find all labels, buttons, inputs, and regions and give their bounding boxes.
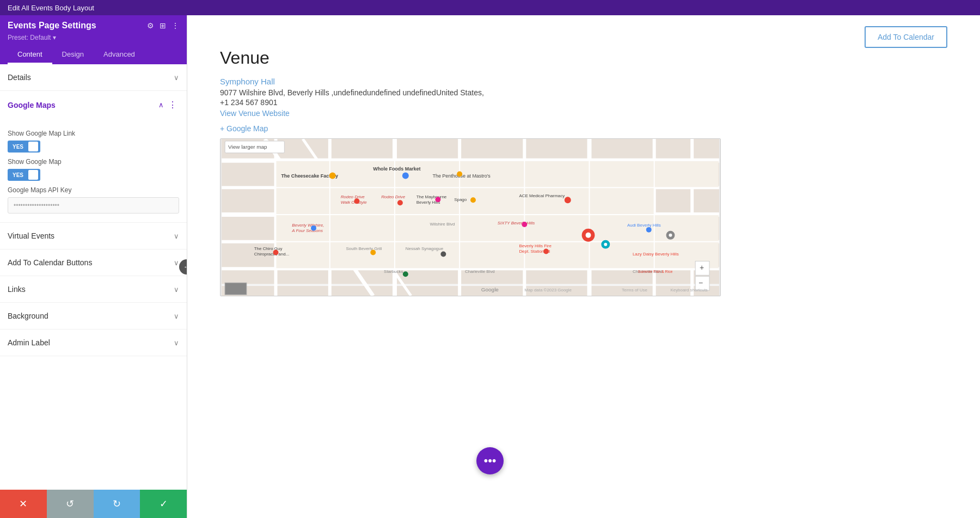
show-map-label: Show Google Map <box>8 158 179 166</box>
section-virtual-events-label: Virtual Events <box>8 231 54 240</box>
svg-rect-34 <box>525 215 589 241</box>
section-links[interactable]: Links ∨ <box>0 276 187 303</box>
main-content: Add To Calendar Venue Symphony Hall 9077… <box>187 15 980 518</box>
google-maps-content: Show Google Map Link YES Show Google Map… <box>0 119 187 223</box>
map-svg: View larger map The Cheesecake Factory W… <box>220 139 720 296</box>
svg-text:A Four Seasons: A Four Seasons <box>291 228 323 233</box>
venue-phone: +1 234 567 8901 <box>220 98 947 107</box>
svg-rect-32 <box>395 215 459 241</box>
show-map-link-toggle-knob <box>28 142 38 151</box>
svg-point-75 <box>669 234 672 237</box>
svg-rect-29 <box>590 188 653 214</box>
svg-rect-31 <box>330 215 394 241</box>
svg-text:Wilshire Blvd: Wilshire Blvd <box>430 222 455 227</box>
svg-text:Rodeo Drive: Rodeo Drive <box>381 194 406 199</box>
venue-name-link[interactable]: Symphony Hall <box>220 77 947 86</box>
svg-rect-33 <box>460 215 524 241</box>
fab-icon: ••• <box>483 454 496 468</box>
svg-rect-22 <box>590 161 653 187</box>
section-details[interactable]: Details ∨ <box>0 64 187 91</box>
svg-text:The Chiro Guy: The Chiro Guy <box>254 246 283 251</box>
top-bar: Edit All Events Body Layout <box>0 0 980 15</box>
svg-point-68 <box>522 222 527 227</box>
svg-point-71 <box>586 233 591 238</box>
section-google-maps-header[interactable]: Google Maps ∧ ⋮ <box>0 91 187 119</box>
tab-design[interactable]: Design <box>52 46 94 64</box>
svg-text:Spago: Spago <box>454 197 467 202</box>
api-key-input[interactable] <box>8 197 179 214</box>
section-add-to-calendar[interactable]: Add To Calendar Buttons ∨ <box>0 249 187 276</box>
more-icon[interactable]: ⋮ <box>171 21 179 30</box>
undo-button[interactable]: ↺ <box>47 490 94 518</box>
svg-text:Walk Of Style: Walk Of Style <box>341 200 367 205</box>
svg-point-73 <box>604 243 607 246</box>
show-map-toggle-yes: YES <box>10 170 26 180</box>
svg-text:Summer Fish & Rice: Summer Fish & Rice <box>638 270 673 273</box>
show-map-toggle[interactable]: YES <box>8 169 40 181</box>
show-map-link-toggle-row: YES <box>8 141 179 153</box>
layout-icon[interactable]: ⊞ <box>160 21 166 30</box>
svg-point-66 <box>311 226 316 231</box>
cancel-button[interactable]: ✕ <box>0 490 47 518</box>
section-background[interactable]: Background ∨ <box>0 303 187 330</box>
sidebar-title: Events Page Settings <box>8 21 96 31</box>
svg-point-49 <box>402 173 409 179</box>
sidebar-body: Details ∨ Google Maps ∧ ⋮ Show Google Ma… <box>0 64 187 490</box>
svg-point-82 <box>273 250 279 255</box>
svg-text:Charleville Blvd: Charleville Blvd <box>465 269 495 274</box>
svg-point-79 <box>370 250 376 255</box>
chevron-virtual-events-icon: ∨ <box>174 232 179 240</box>
tab-content[interactable]: Content <box>8 46 52 64</box>
section-google-maps-label: Google Maps <box>8 101 56 109</box>
svg-rect-23 <box>655 161 719 187</box>
google-maps-more-icon[interactable]: ⋮ <box>168 100 177 110</box>
chevron-links-icon: ∨ <box>174 285 179 294</box>
svg-point-56 <box>397 200 403 205</box>
chevron-google-maps-icon: ∧ <box>158 101 164 109</box>
svg-text:Beverly Wilshire,: Beverly Wilshire, <box>292 223 324 228</box>
section-admin-label[interactable]: Admin Label ∨ <box>0 330 187 356</box>
tab-advanced[interactable]: Advanced <box>94 46 145 64</box>
show-map-link-toggle-yes: YES <box>10 142 26 151</box>
svg-text:Terms of Use: Terms of Use <box>622 288 647 292</box>
show-map-toggle-row: YES <box>8 169 179 181</box>
svg-text:Beverly Hills Fire: Beverly Hills Fire <box>519 243 552 248</box>
chevron-add-to-calendar-icon: ∨ <box>174 259 179 267</box>
svg-text:−: − <box>699 278 703 287</box>
sidebar-bottom-bar: ✕ ↺ ↻ ✓ <box>0 490 187 518</box>
svg-text:Whole Foods Market: Whole Foods Market <box>373 166 420 172</box>
venue-section: Venue Symphony Hall 9077 Wilshire Blvd, … <box>220 15 947 296</box>
svg-point-51 <box>457 172 462 177</box>
svg-text:Map data ©2023 Google: Map data ©2023 Google <box>524 288 572 292</box>
show-map-toggle-knob <box>28 170 38 180</box>
svg-point-87 <box>543 249 549 254</box>
add-to-calendar-button[interactable]: Add To Calendar <box>865 26 947 48</box>
chevron-admin-label-icon: ∨ <box>174 339 179 347</box>
chevron-details-icon: ∨ <box>174 74 179 82</box>
svg-text:The Maybourne: The Maybourne <box>416 194 447 199</box>
section-details-label: Details <box>8 73 31 82</box>
google-map-link[interactable]: + Google Map <box>220 124 947 133</box>
svg-text:ACE Medical Pharmacy: ACE Medical Pharmacy <box>519 193 565 198</box>
svg-text:View larger map: View larger map <box>228 144 267 150</box>
svg-point-90 <box>403 271 408 277</box>
svg-rect-24 <box>276 188 329 214</box>
svg-point-47 <box>329 173 336 179</box>
fab-button[interactable]: ••• <box>476 447 504 474</box>
section-links-label: Links <box>8 285 26 294</box>
show-map-link-toggle[interactable]: YES <box>8 141 40 153</box>
redo-button[interactable]: ↻ <box>94 490 140 518</box>
settings-icon[interactable]: ⚙ <box>147 21 154 30</box>
svg-rect-94 <box>225 283 247 295</box>
section-virtual-events[interactable]: Virtual Events ∨ <box>0 223 187 249</box>
sidebar-preset[interactable]: Preset: Default ▾ <box>8 34 179 41</box>
svg-text:Google: Google <box>481 287 499 292</box>
save-button[interactable]: ✓ <box>140 490 187 518</box>
chevron-background-icon: ∨ <box>174 312 179 320</box>
svg-rect-21 <box>525 161 589 187</box>
venue-website-link[interactable]: View Venue Website <box>220 109 947 118</box>
svg-text:Lazy Daisy Beverly Hills: Lazy Daisy Beverly Hills <box>633 252 679 257</box>
svg-point-63 <box>565 197 571 203</box>
api-key-label: Google Maps API Key <box>8 186 179 194</box>
svg-text:South Beverly Grill: South Beverly Grill <box>346 246 382 251</box>
